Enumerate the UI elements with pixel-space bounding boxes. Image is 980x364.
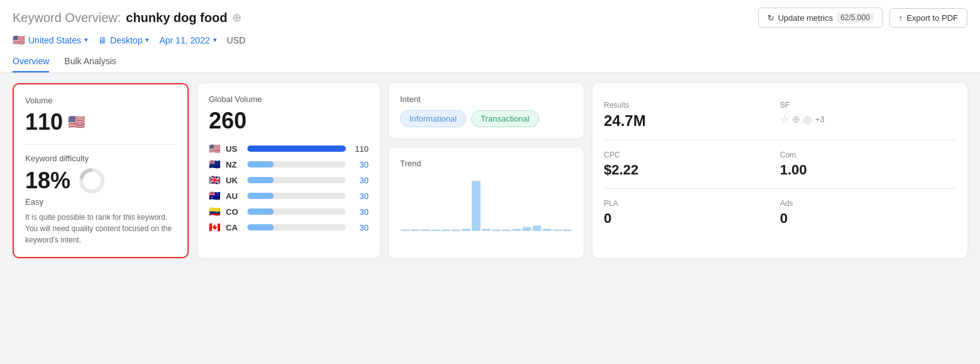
country-label: United States xyxy=(28,35,81,45)
ads-value: 0 xyxy=(780,210,956,227)
global-volume-value: 260 xyxy=(209,108,369,134)
title-label: Keyword Overview: xyxy=(13,11,121,25)
bar-fill xyxy=(247,193,274,199)
trend-bar xyxy=(522,227,531,231)
volume-value-row: 110 🇺🇸 xyxy=(25,109,176,135)
bar-background xyxy=(247,161,346,168)
export-icon: ↑ xyxy=(899,13,903,23)
currency-label: USD xyxy=(227,35,246,45)
flag: 🇨🇦 xyxy=(209,222,221,233)
bar-background xyxy=(247,208,346,215)
pla-value: 0 xyxy=(604,210,780,227)
intent-tag: Informational xyxy=(400,110,466,127)
metrics-divider-2 xyxy=(604,188,956,189)
country-volume: 110 xyxy=(351,144,369,154)
trend-label: Trend xyxy=(400,159,572,168)
kd-easy-label: Easy xyxy=(25,197,176,207)
bar-fill xyxy=(247,208,274,215)
results-value: 24.7M xyxy=(604,112,780,130)
sf-more: +3 xyxy=(815,115,825,124)
sf-cell: SF ☆ ⊕ ◎ +3 xyxy=(780,94,956,136)
country-row[interactable]: 🇨🇦 CA 30 xyxy=(209,222,369,233)
trend-bar xyxy=(533,225,542,231)
country-code: AU xyxy=(226,191,242,201)
trend-bar xyxy=(472,181,481,231)
metrics-grid: Results 24.7M SF ☆ ⊕ ◎ +3 CPC $2.22 Com.… xyxy=(604,94,956,233)
device-filter[interactable]: 🖥 Desktop ▾ xyxy=(98,35,149,45)
date-filter[interactable]: Apr 11, 2022 ▾ xyxy=(159,35,216,45)
main-content: Volume 110 🇺🇸 Keyword difficulty 18% Eas… xyxy=(0,73,980,268)
trend-bar xyxy=(462,229,471,231)
country-volume: 30 xyxy=(351,191,369,201)
volume-number: 110 xyxy=(25,109,63,135)
sf-label: SF xyxy=(780,101,956,110)
star-icon: ☆ xyxy=(780,113,789,125)
com-cell: Com. 1.00 xyxy=(780,144,956,185)
title-row: Keyword Overview: chunky dog food ⊕ xyxy=(13,11,242,25)
tab-bulk-analysis[interactable]: Bulk Analysis xyxy=(64,51,116,72)
pla-label: PLA xyxy=(604,199,780,208)
flag: 🇦🇺 xyxy=(209,190,221,202)
export-pdf-button[interactable]: ↑ Export to PDF xyxy=(889,8,967,28)
bar-fill xyxy=(247,145,346,152)
add-keyword-icon[interactable]: ⊕ xyxy=(232,11,242,25)
country-code: NZ xyxy=(226,160,242,169)
cpc-label: CPC xyxy=(604,151,780,159)
country-filter[interactable]: 🇺🇸 United States ▾ xyxy=(13,34,88,46)
update-count-badge: 62/5,000 xyxy=(837,13,874,23)
volume-kd-card: Volume 110 🇺🇸 Keyword difficulty 18% Eas… xyxy=(13,83,189,258)
bar-fill xyxy=(247,161,274,168)
bar-background xyxy=(247,224,346,230)
filters-row: 🇺🇸 United States ▾ 🖥 Desktop ▾ Apr 11, 2… xyxy=(13,34,967,46)
country-volume: 30 xyxy=(351,176,369,185)
bar-fill xyxy=(247,224,274,230)
flag: 🇬🇧 xyxy=(209,174,221,186)
keyword-title: chunky dog food xyxy=(126,11,227,25)
update-metrics-button[interactable]: ↻ Update metrics 62/5,000 xyxy=(758,8,883,28)
sf-icons-row: ☆ ⊕ ◎ +3 xyxy=(780,113,956,125)
country-volume: 30 xyxy=(351,207,369,217)
cpc-cell: CPC $2.22 xyxy=(604,144,780,185)
intent-card: Intent InformationalTransactional xyxy=(389,83,584,139)
country-row[interactable]: 🇬🇧 UK 30 xyxy=(209,174,369,186)
volume-label: Volume xyxy=(25,96,176,105)
device-chevron: ▾ xyxy=(145,36,149,44)
trend-bar xyxy=(482,229,491,231)
desktop-icon: 🖥 xyxy=(98,35,107,45)
header: Keyword Overview: chunky dog food ⊕ ↻ Up… xyxy=(0,0,980,73)
circle-icon: ◎ xyxy=(803,113,812,125)
country-row[interactable]: 🇦🇺 AU 30 xyxy=(209,190,369,202)
bar-background xyxy=(247,177,346,183)
intent-trend-col: Intent InformationalTransactional Trend xyxy=(389,83,584,258)
tabs-row: Overview Bulk Analysis xyxy=(13,51,967,72)
cpc-value: $2.22 xyxy=(604,162,780,178)
refresh-icon: ↻ xyxy=(767,13,774,23)
tab-overview[interactable]: Overview xyxy=(13,51,49,72)
intent-tags: InformationalTransactional xyxy=(400,110,572,127)
trend-bar xyxy=(543,229,552,231)
link-icon: ⊕ xyxy=(792,113,800,125)
kd-description: It is quite possible to rank for this ke… xyxy=(25,212,176,246)
kd-label: Keyword difficulty xyxy=(25,154,176,163)
global-volume-label: Global Volume xyxy=(209,94,369,104)
header-top: Keyword Overview: chunky dog food ⊕ ↻ Up… xyxy=(13,8,967,28)
country-row[interactable]: 🇳🇿 NZ 30 xyxy=(209,159,369,170)
bar-fill xyxy=(247,177,274,183)
country-row[interactable]: 🇺🇸 US 110 xyxy=(209,143,369,154)
country-code: CA xyxy=(226,223,242,232)
device-label: Desktop xyxy=(110,35,142,45)
country-flag: 🇺🇸 xyxy=(13,34,25,46)
country-row[interactable]: 🇨🇴 CO 30 xyxy=(209,206,369,217)
export-label: Export to PDF xyxy=(906,13,958,23)
flag: 🇳🇿 xyxy=(209,159,221,170)
country-code: UK xyxy=(226,176,242,185)
update-metrics-label: Update metrics xyxy=(778,13,833,23)
flag: 🇺🇸 xyxy=(209,143,221,154)
com-value: 1.00 xyxy=(780,162,956,178)
country-chevron: ▾ xyxy=(84,36,88,44)
results-label: Results xyxy=(604,101,780,110)
trend-card: Trend xyxy=(389,147,584,258)
date-label: Apr 11, 2022 xyxy=(159,35,209,45)
country-volume: 30 xyxy=(351,223,369,232)
trend-bar xyxy=(512,229,521,231)
